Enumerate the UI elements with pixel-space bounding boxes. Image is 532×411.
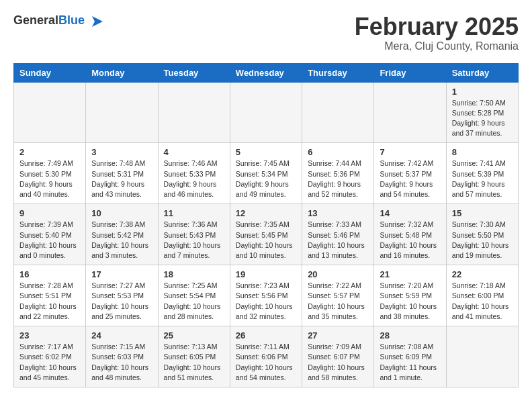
- day-number: 6: [308, 147, 368, 157]
- calendar-cell: 3Sunrise: 7:48 AMSunset: 5:31 PMDaylight…: [86, 143, 158, 204]
- day-info: Sunrise: 7:28 AMSunset: 5:51 PMDaylight:…: [19, 281, 80, 322]
- day-number: 23: [19, 330, 80, 340]
- calendar-week-row: 9Sunrise: 7:39 AMSunset: 5:40 PMDaylight…: [14, 204, 519, 265]
- calendar-cell: 15Sunrise: 7:30 AMSunset: 5:50 PMDayligh…: [446, 204, 518, 265]
- calendar-cell: 27Sunrise: 7:09 AMSunset: 6:07 PMDayligh…: [302, 326, 374, 387]
- day-number: 21: [380, 269, 440, 279]
- calendar-week-row: 1Sunrise: 7:50 AMSunset: 5:28 PMDaylight…: [14, 82, 519, 143]
- calendar-cell: 1Sunrise: 7:50 AMSunset: 5:28 PMDaylight…: [446, 82, 518, 143]
- day-info: Sunrise: 7:44 AMSunset: 5:36 PMDaylight:…: [308, 158, 368, 199]
- calendar-cell: 2Sunrise: 7:49 AMSunset: 5:30 PMDaylight…: [14, 143, 86, 204]
- calendar-cell: 18Sunrise: 7:25 AMSunset: 5:54 PMDayligh…: [158, 265, 230, 326]
- day-info: Sunrise: 7:33 AMSunset: 5:46 PMDaylight:…: [308, 220, 368, 261]
- day-info: Sunrise: 7:49 AMSunset: 5:30 PMDaylight:…: [19, 158, 80, 199]
- day-number: 4: [164, 147, 224, 157]
- day-info: Sunrise: 7:08 AMSunset: 6:09 PMDaylight:…: [380, 342, 440, 383]
- day-number: 17: [91, 269, 152, 279]
- calendar-week-row: 16Sunrise: 7:28 AMSunset: 5:51 PMDayligh…: [14, 265, 519, 326]
- title-block: February 2025 Mera, Cluj County, Romania: [355, 13, 519, 52]
- day-number: 25: [164, 330, 224, 340]
- day-info: Sunrise: 7:22 AMSunset: 5:57 PMDaylight:…: [308, 281, 368, 322]
- calendar-cell: 22Sunrise: 7:18 AMSunset: 6:00 PMDayligh…: [446, 265, 518, 326]
- day-info: Sunrise: 7:27 AMSunset: 5:53 PMDaylight:…: [91, 281, 152, 322]
- calendar-cell: [158, 82, 230, 143]
- calendar-cell: 7Sunrise: 7:42 AMSunset: 5:37 PMDaylight…: [374, 143, 446, 204]
- day-info: Sunrise: 7:50 AMSunset: 5:28 PMDaylight:…: [452, 98, 513, 139]
- calendar-cell: [230, 82, 302, 143]
- calendar-cell: [86, 82, 158, 143]
- day-number: 14: [380, 208, 440, 218]
- month-title: February 2025: [355, 13, 519, 40]
- day-info: Sunrise: 7:09 AMSunset: 6:07 PMDaylight:…: [308, 342, 368, 383]
- day-number: 7: [380, 147, 440, 157]
- day-number: 22: [452, 269, 513, 279]
- calendar-cell: 4Sunrise: 7:46 AMSunset: 5:33 PMDaylight…: [158, 143, 230, 204]
- weekday-header: Wednesday: [230, 63, 302, 82]
- day-number: 5: [236, 147, 296, 157]
- day-number: 26: [236, 330, 296, 340]
- calendar-cell: 6Sunrise: 7:44 AMSunset: 5:36 PMDaylight…: [302, 143, 374, 204]
- calendar-cell: 17Sunrise: 7:27 AMSunset: 5:53 PMDayligh…: [86, 265, 158, 326]
- calendar-cell: 9Sunrise: 7:39 AMSunset: 5:40 PMDaylight…: [14, 204, 86, 265]
- day-info: Sunrise: 7:32 AMSunset: 5:48 PMDaylight:…: [380, 220, 440, 261]
- day-info: Sunrise: 7:36 AMSunset: 5:43 PMDaylight:…: [164, 220, 224, 261]
- day-info: Sunrise: 7:41 AMSunset: 5:39 PMDaylight:…: [452, 158, 513, 199]
- calendar-cell: 8Sunrise: 7:41 AMSunset: 5:39 PMDaylight…: [446, 143, 518, 204]
- calendar-cell: 5Sunrise: 7:45 AMSunset: 5:34 PMDaylight…: [230, 143, 302, 204]
- calendar-cell: [374, 82, 446, 143]
- weekday-header: Friday: [374, 63, 446, 82]
- day-number: 8: [452, 147, 513, 157]
- day-info: Sunrise: 7:42 AMSunset: 5:37 PMDaylight:…: [380, 158, 440, 199]
- calendar-cell: 28Sunrise: 7:08 AMSunset: 6:09 PMDayligh…: [374, 326, 446, 387]
- day-info: Sunrise: 7:48 AMSunset: 5:31 PMDaylight:…: [91, 158, 152, 199]
- day-info: Sunrise: 7:17 AMSunset: 6:02 PMDaylight:…: [19, 342, 80, 383]
- day-number: 2: [19, 147, 80, 157]
- day-number: 15: [452, 208, 513, 218]
- day-number: 18: [164, 269, 224, 279]
- day-number: 13: [308, 208, 368, 218]
- day-info: Sunrise: 7:11 AMSunset: 6:06 PMDaylight:…: [236, 342, 296, 383]
- calendar-cell: 26Sunrise: 7:11 AMSunset: 6:06 PMDayligh…: [230, 326, 302, 387]
- day-number: 10: [91, 208, 152, 218]
- calendar-cell: [14, 82, 86, 143]
- calendar-cell: 24Sunrise: 7:15 AMSunset: 6:03 PMDayligh…: [86, 326, 158, 387]
- logo-general: General: [13, 13, 58, 27]
- day-info: Sunrise: 7:38 AMSunset: 5:42 PMDaylight:…: [91, 220, 152, 261]
- day-info: Sunrise: 7:45 AMSunset: 5:34 PMDaylight:…: [236, 158, 296, 199]
- day-number: 11: [164, 208, 224, 218]
- calendar-cell: 13Sunrise: 7:33 AMSunset: 5:46 PMDayligh…: [302, 204, 374, 265]
- calendar-cell: [302, 82, 374, 143]
- day-info: Sunrise: 7:13 AMSunset: 6:05 PMDaylight:…: [164, 342, 224, 383]
- day-number: 19: [236, 269, 296, 279]
- day-number: 16: [19, 269, 80, 279]
- calendar-cell: [446, 326, 518, 387]
- calendar-week-row: 23Sunrise: 7:17 AMSunset: 6:02 PMDayligh…: [14, 326, 519, 387]
- day-info: Sunrise: 7:35 AMSunset: 5:45 PMDaylight:…: [236, 220, 296, 261]
- calendar-cell: 16Sunrise: 7:28 AMSunset: 5:51 PMDayligh…: [14, 265, 86, 326]
- weekday-header-row: SundayMondayTuesdayWednesdayThursdayFrid…: [14, 63, 519, 82]
- logo-icon: [89, 13, 105, 30]
- calendar-cell: 21Sunrise: 7:20 AMSunset: 5:59 PMDayligh…: [374, 265, 446, 326]
- page-header: GeneralBlue February 2025 Mera, Cluj Cou…: [13, 13, 519, 52]
- calendar-cell: 11Sunrise: 7:36 AMSunset: 5:43 PMDayligh…: [158, 204, 230, 265]
- calendar-week-row: 2Sunrise: 7:49 AMSunset: 5:30 PMDaylight…: [14, 143, 519, 204]
- day-info: Sunrise: 7:39 AMSunset: 5:40 PMDaylight:…: [19, 220, 80, 261]
- day-number: 24: [91, 330, 152, 340]
- weekday-header: Tuesday: [158, 63, 230, 82]
- day-info: Sunrise: 7:25 AMSunset: 5:54 PMDaylight:…: [164, 281, 224, 322]
- calendar-cell: 14Sunrise: 7:32 AMSunset: 5:48 PMDayligh…: [374, 204, 446, 265]
- day-number: 28: [380, 330, 440, 340]
- logo: GeneralBlue: [13, 13, 105, 30]
- day-info: Sunrise: 7:30 AMSunset: 5:50 PMDaylight:…: [452, 220, 513, 261]
- day-number: 20: [308, 269, 368, 279]
- weekday-header: Saturday: [446, 63, 518, 82]
- day-number: 9: [19, 208, 80, 218]
- location-subtitle: Mera, Cluj County, Romania: [355, 40, 519, 52]
- calendar-table: SundayMondayTuesdayWednesdayThursdayFrid…: [13, 63, 519, 387]
- day-number: 1: [452, 87, 513, 97]
- svg-marker-0: [92, 16, 103, 27]
- weekday-header: Thursday: [302, 63, 374, 82]
- calendar-cell: 12Sunrise: 7:35 AMSunset: 5:45 PMDayligh…: [230, 204, 302, 265]
- weekday-header: Sunday: [14, 63, 86, 82]
- day-number: 12: [236, 208, 296, 218]
